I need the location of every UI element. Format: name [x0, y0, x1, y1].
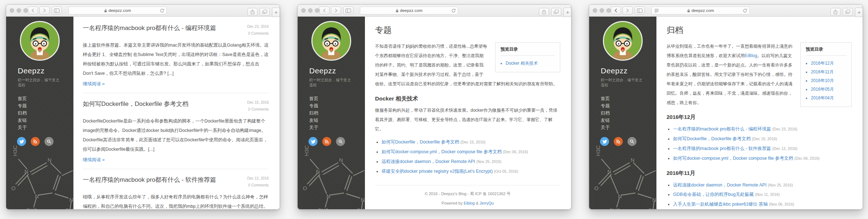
- sidebar-item-friends[interactable]: 友链: [601, 117, 656, 124]
- tabs-overview-icon[interactable]: [551, 8, 561, 16]
- sidebar-item-home[interactable]: 首页: [309, 95, 365, 102]
- article-title-link[interactable]: 一名程序猿的macbook pro都有什么 - 软件推荐篇: [83, 176, 234, 184]
- toc-link[interactable]: 2016年04月: [811, 95, 834, 100]
- toolbar-right: [247, 7, 277, 17]
- tabs-overview-icon[interactable]: [843, 8, 853, 16]
- toc-link[interactable]: 2016年05月: [811, 87, 834, 92]
- address-bar[interactable]: deepzz.com: [651, 7, 750, 14]
- close-button[interactable]: [301, 8, 306, 13]
- address-bar[interactable]: deepzz.com: [68, 7, 167, 14]
- post-link[interactable]: 一名程序猿的macbook pro都有什么 - 编程环境篇: [673, 126, 771, 132]
- post-link[interactable]: 如何写Dockerfile，Dockerfile 参考文档: [382, 139, 459, 145]
- jerryqu-link[interactable]: JerryQu: [480, 201, 494, 205]
- eiblog-link[interactable]: EiBlog: [745, 53, 757, 58]
- minimize-button[interactable]: [600, 8, 604, 13]
- forward-icon[interactable]: [622, 7, 633, 14]
- blog-tagline: 积一时之跬步，臻千里之遥程: [601, 78, 645, 88]
- sidebar-item-friends[interactable]: 友链: [309, 117, 365, 124]
- eiblog-link[interactable]: Eiblog: [464, 201, 475, 205]
- url-text: deepzz.com: [692, 8, 714, 13]
- sidebar-toggle-icon[interactable]: [52, 7, 62, 14]
- sidebar-item-archive[interactable]: 归档: [309, 110, 365, 117]
- post-link[interactable]: 一名程序猿的macbook pro都有什么 - 软件推荐篇: [673, 146, 771, 151]
- post-link[interactable]: 入手人生第一款机械键盘ikbc poker61键位 茶轴: [673, 202, 768, 207]
- browser-window-topics: deepzz.com: [297, 4, 571, 210]
- post-link[interactable]: 如何写Dockerfile，Dockerfile 参考文档: [673, 136, 751, 141]
- nav-buttons: [319, 7, 341, 14]
- article-comments: 0 Comments: [237, 182, 269, 189]
- sidebar-item-friends[interactable]: 友链: [18, 117, 73, 124]
- browser-window-home: deepzz.com: [6, 4, 280, 210]
- sidebar-item-about[interactable]: 关于: [601, 124, 656, 131]
- new-tab-icon[interactable]: [272, 8, 280, 17]
- avatar[interactable]: [603, 21, 643, 61]
- zoom-button[interactable]: [24, 8, 28, 13]
- tabs-overview-icon[interactable]: [260, 8, 270, 16]
- read-more-link[interactable]: 继续阅读 »: [83, 81, 105, 87]
- post-link[interactable]: GDB命令基础，让你的程序bug无处躲藏: [673, 192, 754, 197]
- minimize-button[interactable]: [308, 8, 312, 13]
- post-link[interactable]: 如何写docker-compose.yml，Docker compose fil…: [382, 149, 502, 154]
- share-icon[interactable]: [830, 8, 841, 16]
- back-icon[interactable]: [319, 7, 329, 14]
- toc-link[interactable]: 2016年10月: [811, 78, 834, 83]
- post-date: (Dec 06, 2016): [503, 150, 528, 154]
- post-link[interactable]: 远程连接docker daemon，Docker Remote API: [673, 182, 766, 188]
- post-link[interactable]: 远程连接docker daemon，Docker Remote API: [382, 159, 475, 164]
- sidebar-toggle-icon[interactable]: [635, 7, 645, 14]
- avatar[interactable]: [311, 21, 351, 61]
- sidebar-toggle-icon[interactable]: [343, 7, 353, 14]
- divider: [806, 55, 846, 56]
- back-icon[interactable]: [611, 7, 621, 14]
- post-link-list: 如何写Dockerfile，Dockerfile 参考文档 (Dec 15, 2…: [375, 137, 560, 176]
- share-icon[interactable]: [539, 8, 549, 16]
- minimize-button[interactable]: [17, 8, 21, 13]
- sidebar-item-about[interactable]: 关于: [18, 124, 73, 131]
- sidebar-item-archive[interactable]: 归档: [18, 110, 73, 117]
- sidebar-item-home[interactable]: 首页: [601, 95, 656, 102]
- atom-label: O: [303, 185, 307, 191]
- refresh-icon[interactable]: [451, 8, 456, 13]
- sidebar: Deepzz 积一时之跬步，臻千里之遥程 首页 专题 归档 友链 关于: [298, 17, 365, 209]
- article-meta: Dec 23, 2016 0 Comments: [237, 23, 269, 37]
- close-button[interactable]: [593, 8, 597, 13]
- atom-label: N: [339, 157, 343, 163]
- avatar[interactable]: [20, 21, 60, 61]
- post-link-list: 一名程序猿的macbook pro都有什么 - 编程环境篇 (Dec 23, 2…: [667, 124, 852, 163]
- reader-view-icon[interactable]: [654, 9, 659, 13]
- read-more-link[interactable]: 继续阅读 »: [83, 157, 105, 163]
- article-title-link[interactable]: 如何写Dockerfile，Dockerfile 参考文档: [83, 100, 234, 108]
- forward-icon[interactable]: [39, 7, 50, 14]
- article-title-link[interactable]: 一名程序猿的macbook pro都有什么 - 编程环境篇: [83, 24, 234, 32]
- share-icon[interactable]: [247, 8, 258, 16]
- atom-label: N: [48, 157, 52, 163]
- new-tab-icon[interactable]: [563, 8, 571, 17]
- refresh-icon[interactable]: [743, 8, 747, 13]
- post-link[interactable]: 如何写docker-compose.yml，Docker compose fil…: [673, 156, 793, 161]
- forward-icon[interactable]: [331, 7, 341, 14]
- sidebar-item-topics[interactable]: 专题: [601, 102, 656, 110]
- archive-page: 归档 预览目录 2016年12月 2016年11月 2016年10月 2016年…: [656, 17, 863, 209]
- address-bar[interactable]: deepzz.com: [360, 7, 458, 14]
- sidebar-item-archive[interactable]: 归档: [601, 110, 656, 117]
- zoom-button[interactable]: [607, 8, 611, 13]
- zoom-button[interactable]: [315, 8, 319, 13]
- sidebar-item-topics[interactable]: 专题: [309, 102, 365, 110]
- url-text: deepzz.com: [400, 8, 422, 13]
- toc-link[interactable]: 2016年12月: [811, 61, 834, 66]
- blog-name: Deepzz: [601, 66, 656, 75]
- back-icon[interactable]: [28, 7, 38, 14]
- atom-label: N: [618, 193, 622, 199]
- refresh-icon[interactable]: [160, 8, 164, 13]
- sidebar-item-topics[interactable]: 专题: [18, 102, 73, 110]
- post-link[interactable]: 搭建安全的docker private registry v2指南(Let's …: [382, 169, 493, 174]
- toc-link[interactable]: 2016年11月: [811, 69, 834, 74]
- new-tab-icon[interactable]: [855, 8, 863, 17]
- toc-link[interactable]: Docker 相关技术: [506, 61, 538, 66]
- article-meta: Dec 12, 2016 0 Comments: [237, 175, 269, 189]
- sidebar-item-home[interactable]: 首页: [18, 95, 73, 102]
- toc-item: Docker 相关技术: [506, 59, 555, 68]
- close-button[interactable]: [10, 8, 14, 13]
- sidebar-item-about[interactable]: 关于: [309, 124, 365, 131]
- atom-label: N: [652, 197, 656, 203]
